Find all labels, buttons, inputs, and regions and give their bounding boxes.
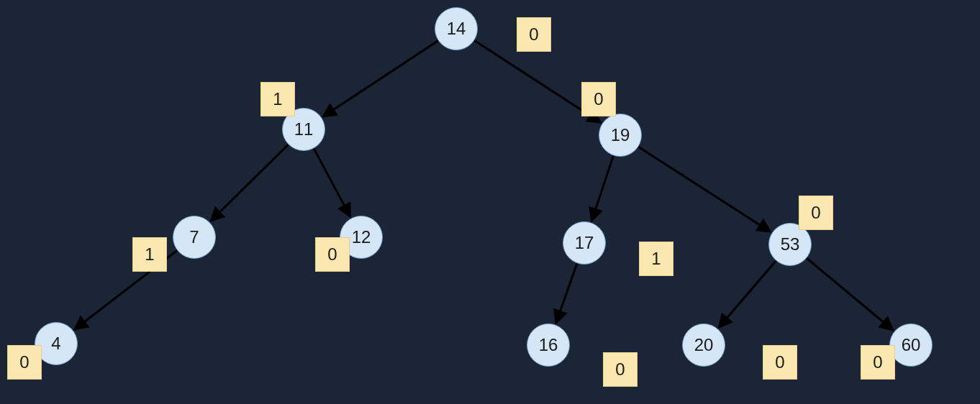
node-label-4: 0 [7, 345, 42, 380]
node-label-19: 0 [581, 82, 616, 116]
edge-53-60 [807, 258, 893, 330]
label-value: 1 [273, 89, 282, 109]
edge-11-12 [314, 148, 350, 216]
label-value: 0 [811, 203, 820, 223]
label-value: 1 [651, 249, 661, 269]
node-label-17: 1 [639, 242, 673, 276]
label-value: 0 [594, 89, 603, 109]
node-value: 11 [294, 119, 314, 139]
node-value: 20 [694, 335, 714, 355]
tree-node-60: 60 [889, 323, 933, 367]
edge-17-16 [556, 263, 577, 323]
node-value: 17 [575, 233, 594, 253]
node-label-20: 0 [763, 345, 797, 380]
node-value: 12 [352, 227, 371, 247]
node-label-14: 0 [517, 17, 551, 52]
tree-node-20: 20 [682, 323, 725, 367]
tree-node-19: 19 [599, 114, 642, 157]
node-label-11: 1 [260, 82, 295, 116]
label-value: 0 [873, 352, 882, 372]
node-value: 7 [189, 227, 199, 247]
node-label-53: 0 [799, 196, 833, 230]
edge-53-20 [719, 261, 776, 328]
tree-node-16: 16 [527, 323, 570, 367]
node-value: 14 [447, 19, 466, 39]
tree-node-14: 14 [435, 7, 478, 50]
label-value: 0 [529, 24, 538, 45]
tree-diagram: 14 11 19 7 12 17 53 4 16 20 60 0 1 0 1 0… [0, 0, 980, 404]
edge-19-17 [591, 155, 613, 221]
node-label-16: 0 [603, 352, 638, 387]
label-value: 0 [775, 352, 784, 372]
edge-11-7 [211, 144, 289, 221]
node-value: 4 [51, 334, 60, 354]
label-value: 0 [19, 352, 29, 372]
edge-14-11 [323, 41, 438, 117]
tree-node-7: 7 [173, 216, 216, 259]
label-value: 1 [145, 244, 154, 265]
label-value: 0 [615, 359, 625, 380]
tree-node-17: 17 [563, 221, 606, 265]
node-value: 16 [539, 335, 558, 355]
node-value: 19 [611, 125, 630, 145]
node-label-12: 0 [315, 237, 350, 272]
node-label-60: 0 [861, 345, 895, 380]
node-value: 53 [781, 234, 800, 254]
edge-19-53 [638, 147, 771, 231]
label-value: 0 [327, 244, 337, 265]
node-label-7: 1 [132, 237, 167, 272]
node-value: 60 [902, 335, 921, 355]
